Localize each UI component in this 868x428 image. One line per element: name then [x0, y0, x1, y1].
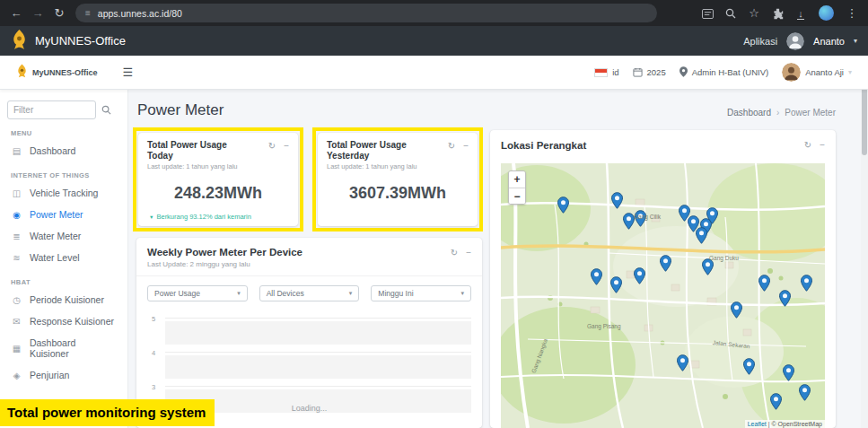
chevron-down-icon: ▾	[848, 68, 852, 76]
device-select[interactable]: All Devices ▾	[259, 285, 360, 301]
map-marker-icon[interactable]	[801, 275, 812, 292]
user-menu[interactable]: Ananto Aji ▾	[782, 63, 852, 82]
sidebar-item-dashboard-kuisioner[interactable]: ▦ Dashboard Kuisioner	[7, 332, 120, 364]
map-marker-icon[interactable]	[783, 364, 794, 381]
map-marker-icon[interactable]	[696, 227, 707, 244]
map-attribution: Leaflet | © OpenStreetMap	[745, 420, 825, 428]
chart-gridline: 4	[165, 352, 471, 353]
power-today-delta: ▼ Berkurang 93.12% dari kemarin	[149, 213, 298, 221]
map-marker-icon[interactable]	[677, 354, 688, 371]
refresh-icon[interactable]: ↻	[448, 141, 455, 151]
search-icon[interactable]	[101, 105, 111, 115]
browser-menu-icon[interactable]: ⋮	[841, 3, 863, 24]
browser-profile-avatar[interactable]	[819, 5, 834, 21]
osm-link[interactable]: © OpenStreetMap	[771, 421, 822, 427]
sidebar-item-power-meter[interactable]: ◉ Power Meter	[7, 204, 120, 225]
browser-toolbar: ← → ↻ ≡ apps.unnes.ac.id/80 ☆ ↓ ⋮	[0, 0, 868, 26]
total-power-yesterday-card: Total Power Usage Yesterday Last update:…	[318, 133, 478, 226]
section-label-iot: INTERNET OF THINGS	[11, 171, 117, 179]
map-marker-icon[interactable]	[799, 384, 811, 401]
map-marker-icon[interactable]	[634, 267, 645, 284]
select-value: Minggu Ini	[378, 289, 413, 298]
section-label-hbat: HBAT	[11, 278, 117, 286]
zoom-search-icon[interactable]	[720, 3, 741, 24]
sidebar-filter-input[interactable]	[7, 100, 96, 119]
card-title: Weekly Power Meter Per Device	[147, 247, 471, 258]
map-marker-icon[interactable]	[731, 301, 742, 319]
map-marker-icon[interactable]	[743, 358, 755, 375]
app-brand[interactable]: MyUNNES-Office	[35, 34, 126, 48]
leaflet-map[interactable]: Gang CilikGang DukuJalan SekaranGang Pis…	[501, 163, 825, 428]
sidebar-item-water-meter[interactable]: ≣ Water Meter	[7, 225, 120, 247]
section-label-menu: MENU	[11, 129, 117, 137]
select-value: Power Usage	[154, 289, 200, 298]
address-bar[interactable]: ≡ apps.unnes.ac.id/80	[75, 4, 657, 22]
y-tick: 4	[152, 349, 155, 357]
language-selector[interactable]: id	[594, 67, 618, 77]
device-location-card: Lokasi Perangkat ↻ −	[490, 130, 836, 428]
week-select[interactable]: Minggu Ini ▾	[371, 285, 471, 301]
arrow-down-icon: ▼	[149, 214, 153, 220]
map-zoom-in-button[interactable]: +	[509, 171, 525, 188]
bookmark-star-icon[interactable]: ☆	[743, 3, 765, 24]
collapse-icon[interactable]: −	[466, 248, 471, 258]
site-info-icon[interactable]: ≡	[85, 8, 91, 18]
sidebar-item-penjurian[interactable]: ◈ Penjurian	[7, 364, 120, 386]
aplikasi-link[interactable]: Aplikasi	[743, 36, 777, 47]
map-marker-icon[interactable]	[610, 276, 622, 293]
year-selector[interactable]: 2025	[633, 65, 666, 81]
breadcrumb-dashboard-link[interactable]: Dashboard	[727, 108, 771, 118]
map-street-label: Jalan Sekaran	[713, 339, 750, 349]
collapse-icon[interactable]: −	[463, 141, 469, 151]
sidebar-item-vehicle-tracking[interactable]: ◫ Vehicle Tracking	[7, 182, 120, 204]
browser-actions: ☆ ↓ ⋮	[697, 3, 863, 24]
subnav-brand[interactable]: MyUNNES-Office	[16, 64, 98, 82]
sidebar-item-periode-kuisioner[interactable]: ◷ Periode Kuisioner	[7, 289, 120, 310]
refresh-icon[interactable]: ↻	[268, 141, 276, 151]
map-marker-icon[interactable]	[758, 275, 770, 292]
calendar-icon	[633, 65, 643, 81]
map-marker-icon[interactable]	[660, 255, 671, 272]
downloads-icon[interactable]: ↓	[790, 3, 811, 24]
sidebar-toggle-icon[interactable]: ☰	[123, 66, 134, 79]
map-zoom-out-button[interactable]: −	[509, 188, 525, 204]
refresh-icon[interactable]: ↻	[451, 248, 458, 258]
refresh-icon[interactable]: ↻	[804, 140, 811, 150]
forward-icon[interactable]: →	[27, 3, 48, 24]
map-marker-icon[interactable]	[591, 268, 602, 285]
navbar-user-menu[interactable]: Ananto	[813, 36, 845, 47]
sidebar-item-response-kuisioner[interactable]: ✉ Response Kuisioner	[7, 310, 120, 332]
award-icon: ◈	[11, 371, 22, 380]
map-marker-icon[interactable]	[611, 192, 623, 209]
collapse-icon[interactable]: −	[820, 140, 825, 150]
url-text[interactable]: apps.unnes.ac.id/80	[98, 8, 182, 19]
collapse-icon[interactable]: −	[284, 141, 289, 151]
sidebar-item-label: Water Meter	[30, 231, 81, 241]
y-tick: 3	[152, 383, 155, 391]
sidebar-item-label: Dashboard	[30, 145, 75, 156]
chart-loading-band	[165, 355, 471, 379]
grid-icon: ▦	[11, 344, 22, 354]
chart-gridline: 5	[165, 318, 471, 319]
sidebar-item-water-level[interactable]: ≋ Water Level	[7, 247, 120, 268]
navbar-avatar[interactable]	[786, 32, 804, 50]
reload-icon[interactable]: ↻	[48, 3, 70, 24]
translate-icon[interactable]	[697, 3, 718, 24]
map-marker-icon[interactable]	[557, 197, 569, 214]
leaflet-link[interactable]: Leaflet	[748, 421, 767, 427]
breadcrumb-current: Power Meter	[785, 108, 836, 118]
envelope-icon: ✉	[11, 317, 22, 327]
select-value: All Devices	[267, 289, 304, 298]
sidebar-item-dashboard[interactable]: ▤ Dashboard	[7, 140, 120, 162]
page-scrollbar[interactable]	[861, 56, 868, 428]
subnav-brand-label: MyUNNES-Office	[32, 68, 98, 77]
map-marker-icon[interactable]	[779, 290, 791, 307]
extensions-puzzle-icon[interactable]	[767, 3, 788, 24]
back-icon[interactable]: ←	[5, 3, 27, 24]
chevron-down-icon: ▾	[854, 37, 857, 45]
sidebar-item-label: Periode Kuisioner	[30, 294, 104, 305]
metric-select[interactable]: Power Usage ▾	[147, 285, 248, 301]
map-marker-icon[interactable]	[770, 393, 782, 410]
map-marker-icon[interactable]	[706, 207, 718, 224]
unit-selector[interactable]: Admin H-Bat (UNIV)	[679, 65, 769, 81]
